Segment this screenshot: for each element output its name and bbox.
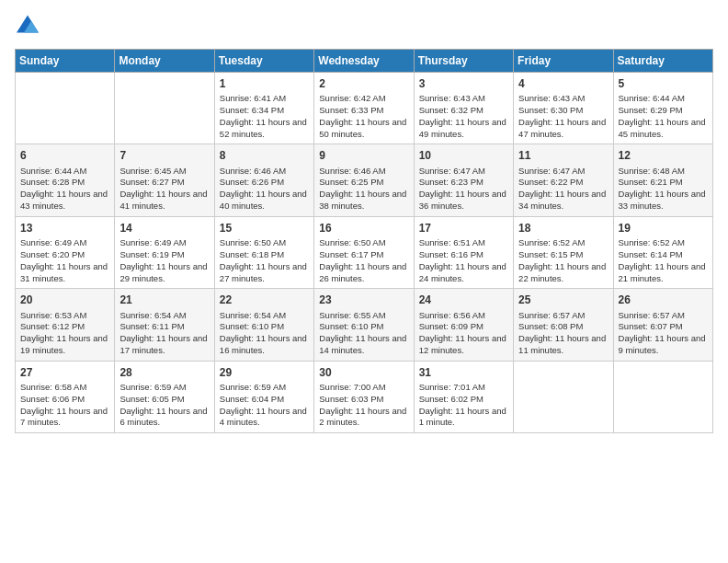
calendar-cell: 21Sunrise: 6:54 AMSunset: 6:11 PMDayligh… — [115, 289, 214, 361]
cell-info: Sunrise: 6:56 AMSunset: 6:09 PMDaylight:… — [419, 310, 508, 357]
calendar-cell: 6Sunrise: 6:44 AMSunset: 6:28 PMDaylight… — [16, 144, 115, 216]
day-number: 29 — [220, 365, 309, 380]
cell-info: Sunrise: 6:54 AMSunset: 6:11 PMDaylight:… — [119, 310, 209, 357]
cell-info: Sunrise: 6:42 AMSunset: 6:33 PMDaylight:… — [319, 93, 408, 140]
day-number: 20 — [20, 293, 109, 307]
weekday-header-thursday: Thursday — [414, 50, 513, 73]
cell-info: Sunrise: 6:55 AMSunset: 6:10 PMDaylight:… — [319, 310, 408, 357]
weekday-header-row: SundayMondayTuesdayWednesdayThursdayFrid… — [16, 50, 713, 73]
calendar-table: SundayMondayTuesdayWednesdayThursdayFrid… — [15, 49, 713, 433]
week-row-1: 1Sunrise: 6:41 AMSunset: 6:34 PMDaylight… — [16, 73, 713, 144]
cell-info: Sunrise: 6:52 AMSunset: 6:14 PMDaylight:… — [619, 237, 708, 284]
day-number: 14 — [119, 221, 209, 236]
day-number: 3 — [419, 76, 508, 91]
cell-info: Sunrise: 6:58 AMSunset: 6:06 PMDaylight:… — [20, 382, 109, 429]
calendar-cell: 12Sunrise: 6:48 AMSunset: 6:21 PMDayligh… — [613, 144, 712, 216]
calendar-cell: 11Sunrise: 6:47 AMSunset: 6:22 PMDayligh… — [514, 144, 613, 216]
day-number: 24 — [419, 293, 508, 307]
calendar-cell: 17Sunrise: 6:51 AMSunset: 6:16 PMDayligh… — [414, 216, 513, 288]
weekday-header-monday: Monday — [115, 50, 214, 73]
cell-info: Sunrise: 6:51 AMSunset: 6:16 PMDaylight:… — [419, 237, 508, 284]
calendar-cell: 15Sunrise: 6:50 AMSunset: 6:18 PMDayligh… — [214, 216, 313, 288]
calendar-cell: 2Sunrise: 6:42 AMSunset: 6:33 PMDaylight… — [314, 73, 414, 144]
day-number: 28 — [119, 365, 209, 380]
day-number: 19 — [619, 221, 708, 236]
day-number: 5 — [619, 76, 708, 91]
week-row-4: 20Sunrise: 6:53 AMSunset: 6:12 PMDayligh… — [16, 289, 713, 361]
week-row-5: 27Sunrise: 6:58 AMSunset: 6:06 PMDayligh… — [16, 361, 713, 432]
cell-info: Sunrise: 6:53 AMSunset: 6:12 PMDaylight:… — [20, 310, 109, 357]
page-header — [15, 15, 713, 38]
week-row-2: 6Sunrise: 6:44 AMSunset: 6:28 PMDaylight… — [16, 144, 713, 216]
calendar-cell — [115, 73, 214, 144]
calendar-cell: 9Sunrise: 6:46 AMSunset: 6:25 PMDaylight… — [314, 144, 414, 216]
day-number: 10 — [419, 148, 508, 163]
day-number: 9 — [319, 148, 408, 163]
calendar-cell: 4Sunrise: 6:43 AMSunset: 6:30 PMDaylight… — [514, 73, 613, 144]
weekday-header-friday: Friday — [514, 50, 613, 73]
calendar-cell — [514, 361, 613, 432]
cell-info: Sunrise: 6:47 AMSunset: 6:22 PMDaylight:… — [518, 166, 608, 213]
calendar-cell: 1Sunrise: 6:41 AMSunset: 6:34 PMDaylight… — [214, 73, 313, 144]
calendar-cell: 27Sunrise: 6:58 AMSunset: 6:06 PMDayligh… — [16, 361, 115, 432]
day-number: 17 — [419, 221, 508, 236]
calendar-cell: 30Sunrise: 7:00 AMSunset: 6:03 PMDayligh… — [314, 361, 414, 432]
calendar-cell: 20Sunrise: 6:53 AMSunset: 6:12 PMDayligh… — [16, 289, 115, 361]
cell-info: Sunrise: 6:50 AMSunset: 6:17 PMDaylight:… — [319, 237, 408, 284]
day-number: 12 — [619, 148, 708, 163]
calendar-cell: 24Sunrise: 6:56 AMSunset: 6:09 PMDayligh… — [414, 289, 513, 361]
calendar-cell: 28Sunrise: 6:59 AMSunset: 6:05 PMDayligh… — [115, 361, 214, 432]
cell-info: Sunrise: 6:41 AMSunset: 6:34 PMDaylight:… — [220, 93, 309, 140]
day-number: 31 — [419, 365, 508, 380]
cell-info: Sunrise: 6:47 AMSunset: 6:23 PMDaylight:… — [419, 166, 508, 213]
day-number: 1 — [220, 76, 309, 91]
calendar-cell: 10Sunrise: 6:47 AMSunset: 6:23 PMDayligh… — [414, 144, 513, 216]
cell-info: Sunrise: 7:01 AMSunset: 6:02 PMDaylight:… — [419, 382, 508, 429]
cell-info: Sunrise: 6:46 AMSunset: 6:25 PMDaylight:… — [319, 166, 408, 213]
calendar-cell: 13Sunrise: 6:49 AMSunset: 6:20 PMDayligh… — [16, 216, 115, 288]
day-number: 22 — [220, 293, 309, 307]
cell-info: Sunrise: 6:43 AMSunset: 6:30 PMDaylight:… — [518, 93, 608, 140]
cell-info: Sunrise: 6:49 AMSunset: 6:19 PMDaylight:… — [119, 237, 209, 284]
day-number: 26 — [619, 293, 708, 307]
weekday-header-wednesday: Wednesday — [314, 50, 414, 73]
day-number: 25 — [518, 293, 608, 307]
day-number: 15 — [220, 221, 309, 236]
calendar-cell: 23Sunrise: 6:55 AMSunset: 6:10 PMDayligh… — [314, 289, 414, 361]
calendar-cell: 29Sunrise: 6:59 AMSunset: 6:04 PMDayligh… — [214, 361, 313, 432]
weekday-header-sunday: Sunday — [16, 50, 115, 73]
calendar-cell: 18Sunrise: 6:52 AMSunset: 6:15 PMDayligh… — [514, 216, 613, 288]
day-number: 27 — [20, 365, 109, 380]
cell-info: Sunrise: 6:59 AMSunset: 6:04 PMDaylight:… — [220, 382, 309, 429]
cell-info: Sunrise: 6:46 AMSunset: 6:26 PMDaylight:… — [220, 166, 309, 213]
cell-info: Sunrise: 6:43 AMSunset: 6:32 PMDaylight:… — [419, 93, 508, 140]
weekday-header-tuesday: Tuesday — [214, 50, 313, 73]
calendar-cell: 22Sunrise: 6:54 AMSunset: 6:10 PMDayligh… — [214, 289, 313, 361]
day-number: 2 — [319, 76, 408, 91]
calendar-cell: 26Sunrise: 6:57 AMSunset: 6:07 PMDayligh… — [613, 289, 712, 361]
weekday-header-saturday: Saturday — [613, 50, 712, 73]
calendar-cell: 5Sunrise: 6:44 AMSunset: 6:29 PMDaylight… — [613, 73, 712, 144]
calendar-cell: 25Sunrise: 6:57 AMSunset: 6:08 PMDayligh… — [514, 289, 613, 361]
calendar-cell: 31Sunrise: 7:01 AMSunset: 6:02 PMDayligh… — [414, 361, 513, 432]
calendar-cell — [16, 73, 115, 144]
cell-info: Sunrise: 6:50 AMSunset: 6:18 PMDaylight:… — [220, 237, 309, 284]
cell-info: Sunrise: 6:59 AMSunset: 6:05 PMDaylight:… — [119, 382, 209, 429]
logo-text — [15, 15, 39, 38]
calendar-cell: 8Sunrise: 6:46 AMSunset: 6:26 PMDaylight… — [214, 144, 313, 216]
cell-info: Sunrise: 7:00 AMSunset: 6:03 PMDaylight:… — [319, 382, 408, 429]
day-number: 7 — [119, 148, 209, 163]
day-number: 11 — [518, 148, 608, 163]
day-number: 30 — [319, 365, 408, 380]
day-number: 16 — [319, 221, 408, 236]
day-number: 13 — [20, 221, 109, 236]
calendar-cell — [613, 361, 712, 432]
calendar-cell: 3Sunrise: 6:43 AMSunset: 6:32 PMDaylight… — [414, 73, 513, 144]
calendar-cell: 7Sunrise: 6:45 AMSunset: 6:27 PMDaylight… — [115, 144, 214, 216]
cell-info: Sunrise: 6:48 AMSunset: 6:21 PMDaylight:… — [619, 166, 708, 213]
logo — [15, 15, 39, 38]
calendar-cell: 19Sunrise: 6:52 AMSunset: 6:14 PMDayligh… — [613, 216, 712, 288]
day-number: 4 — [518, 76, 608, 91]
day-number: 18 — [518, 221, 608, 236]
cell-info: Sunrise: 6:44 AMSunset: 6:29 PMDaylight:… — [619, 93, 708, 140]
